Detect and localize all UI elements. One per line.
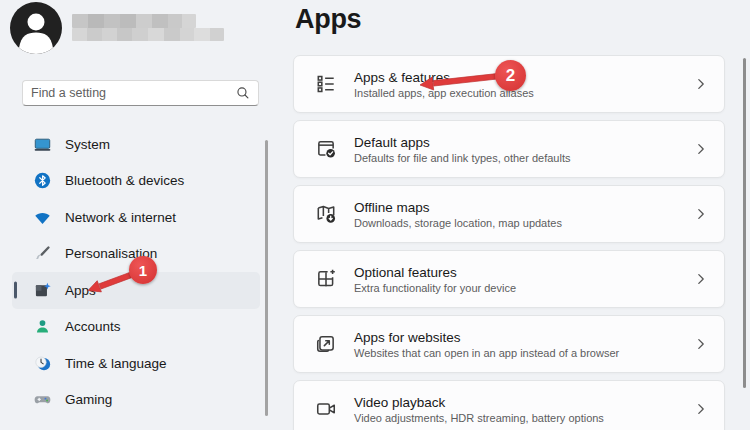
chevron-right-icon <box>694 207 708 221</box>
settings-card-apps-for-websites[interactable]: Apps for websitesWebsites that can open … <box>293 315 725 373</box>
search-icon[interactable] <box>236 86 258 100</box>
card-subtitle: Video adjustments, HDR streaming, batter… <box>354 412 604 424</box>
card-title: Default apps <box>354 135 570 150</box>
sidebar-item-label: Gaming <box>65 392 112 407</box>
system-icon <box>34 136 51 153</box>
sidebar-item-label: Time & language <box>65 356 167 371</box>
card-title: Offline maps <box>354 200 562 215</box>
sidebar-item-network-internet[interactable]: Network & internet <box>12 199 260 236</box>
step-number: 1 <box>139 262 147 279</box>
card-subtitle: Extra functionality for your device <box>354 282 516 294</box>
sidebar-scrollbar[interactable] <box>265 140 268 416</box>
card-subtitle: Downloads, storage location, map updates <box>354 217 562 229</box>
person-icon <box>10 2 62 54</box>
sidebar-item-label: Accounts <box>65 319 121 334</box>
card-title: Video playback <box>354 395 604 410</box>
settings-card-offline-maps[interactable]: Offline mapsDownloads, storage location,… <box>293 185 725 243</box>
sidebar-item-accounts[interactable]: Accounts <box>12 309 260 346</box>
card-subtitle: Defaults for file and link types, other … <box>354 152 570 164</box>
chevron-right-icon <box>694 272 708 286</box>
settings-card-default-apps[interactable]: Default appsDefaults for file and link t… <box>293 120 725 178</box>
chevron-right-icon <box>694 337 708 351</box>
card-text: Optional featuresExtra functionality for… <box>354 265 516 294</box>
card-text: Offline mapsDownloads, storage location,… <box>354 200 562 229</box>
settings-card-optional-features[interactable]: Optional featuresExtra functionality for… <box>293 250 725 308</box>
video-playback-icon <box>314 397 338 421</box>
sidebar-item-label: Bluetooth & devices <box>65 173 184 188</box>
apps-features-icon <box>314 72 338 96</box>
sidebar-item-label: Apps <box>65 283 96 298</box>
gaming-icon <box>34 391 51 408</box>
offline-maps-icon <box>314 202 338 226</box>
step-badge-2: 2 <box>495 60 526 91</box>
page-title: Apps <box>295 0 361 38</box>
sidebar-item-label: Network & internet <box>65 210 176 225</box>
chevron-right-icon <box>694 77 708 91</box>
search-input[interactable] <box>23 86 236 100</box>
card-subtitle: Websites that can open in an app instead… <box>354 347 619 359</box>
card-title: Optional features <box>354 265 516 280</box>
card-text: Apps for websitesWebsites that can open … <box>354 330 619 359</box>
selection-indicator <box>14 282 17 299</box>
sidebar-item-bluetooth-devices[interactable]: Bluetooth & devices <box>12 163 260 200</box>
user-avatar[interactable] <box>10 2 62 54</box>
bluetooth-icon <box>34 172 51 189</box>
chevron-right-icon <box>694 402 708 416</box>
user-email-redacted <box>72 28 224 41</box>
sidebar-item-system[interactable]: System <box>12 126 260 163</box>
user-name-redacted <box>72 14 196 28</box>
card-title: Apps for websites <box>354 330 619 345</box>
card-text: Default appsDefaults for file and link t… <box>354 135 570 164</box>
step-number: 2 <box>506 66 515 86</box>
sidebar-item-time-language[interactable]: Time & language <box>12 345 260 382</box>
apps-icon <box>34 282 51 299</box>
chevron-right-icon <box>694 142 708 156</box>
personalisation-icon <box>34 245 51 262</box>
search-box <box>22 80 259 106</box>
accounts-icon <box>34 318 51 335</box>
main-scrollbar[interactable] <box>743 58 746 388</box>
time-language-icon <box>34 355 51 372</box>
sidebar-item-label: System <box>65 137 110 152</box>
apps-for-websites-icon <box>314 332 338 356</box>
optional-features-icon <box>314 267 338 291</box>
settings-card-video-playback[interactable]: Video playbackVideo adjustments, HDR str… <box>293 380 725 430</box>
sidebar-item-gaming[interactable]: Gaming <box>12 382 260 419</box>
card-text: Video playbackVideo adjustments, HDR str… <box>354 395 604 424</box>
step-badge-1: 1 <box>129 256 157 284</box>
network-icon <box>34 209 51 226</box>
default-apps-icon <box>314 137 338 161</box>
